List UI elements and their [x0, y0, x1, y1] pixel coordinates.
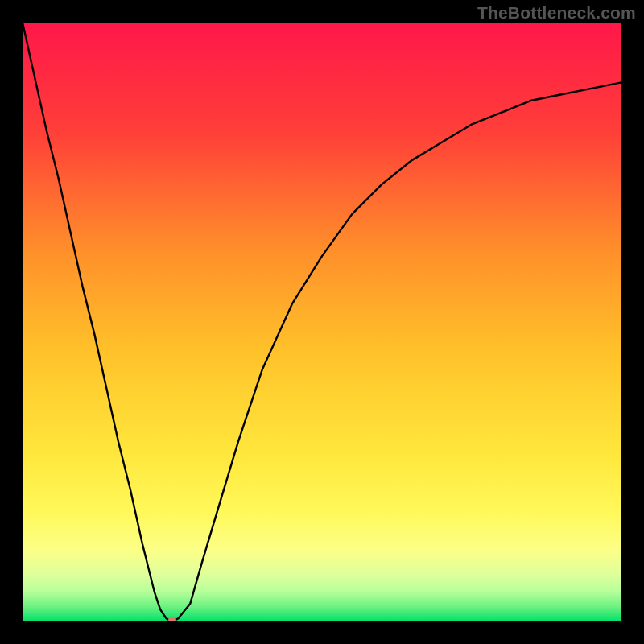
chart-svg: [23, 23, 621, 621]
gradient-background: [23, 23, 621, 621]
chart-frame: TheBottleneck.com: [0, 0, 644, 644]
plot-area: [23, 23, 621, 621]
watermark-text: TheBottleneck.com: [477, 3, 636, 23]
